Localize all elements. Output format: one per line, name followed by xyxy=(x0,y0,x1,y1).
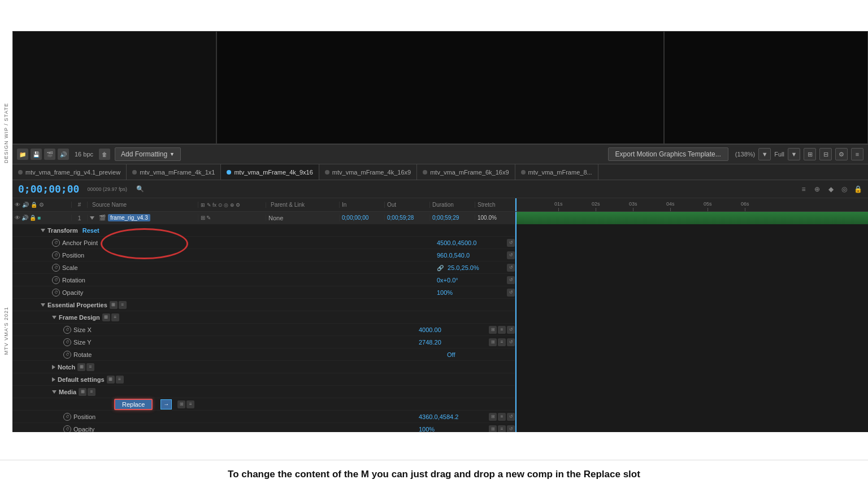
mopac-icon2[interactable]: ≡ xyxy=(498,425,506,433)
search-icon[interactable]: 🔍 xyxy=(134,183,146,195)
settings-icon[interactable]: ⚙ xyxy=(835,148,848,160)
export-motion-graphics-button[interactable]: Export Motion Graphics Template... xyxy=(608,147,728,161)
media-position-value[interactable]: 4360.0,4584.2 xyxy=(419,413,487,420)
timecode-display[interactable]: 0;00;00;00 xyxy=(12,183,85,195)
save-icon[interactable]: 💾 xyxy=(31,149,42,160)
layer-duration[interactable]: 0;00;59;29 xyxy=(430,215,475,221)
notch-expand[interactable] xyxy=(52,365,55,369)
rotation-stopwatch-icon[interactable]: ⏱ xyxy=(52,276,60,284)
notch-icon2[interactable]: ≡ xyxy=(86,363,94,371)
opacity-refresh-icon[interactable]: ↺ xyxy=(507,289,515,297)
replace-icon1[interactable]: ⊞ xyxy=(177,400,185,408)
size-y-value[interactable]: 2748.20 xyxy=(419,339,487,346)
mtv-vmas-label: MTV VMA's 2021 xyxy=(3,307,9,355)
layer-expand-arrow[interactable] xyxy=(90,216,94,220)
layer-out-point[interactable]: 0;00;59;28 xyxy=(385,215,430,221)
transform-expand[interactable] xyxy=(41,229,45,232)
position-refresh-icon[interactable]: ↺ xyxy=(507,251,515,259)
replace-button[interactable]: Replace xyxy=(114,399,153,410)
grid-icon[interactable]: ⊟ xyxy=(819,148,832,160)
media-expand[interactable] xyxy=(52,390,57,394)
essential-expand[interactable] xyxy=(41,303,45,307)
layer-mode-icon2[interactable]: ✎ xyxy=(206,215,211,221)
folder-icon[interactable]: 📁 xyxy=(17,149,28,160)
trash-icon[interactable]: 🗑 xyxy=(99,149,110,160)
mpos-stopwatch-icon[interactable]: ⏱ xyxy=(63,413,71,421)
zoom-dropdown-icon[interactable]: ▼ xyxy=(758,148,771,160)
default-icon1[interactable]: ⊞ xyxy=(107,376,115,384)
film-icon[interactable]: 🎬 xyxy=(44,149,55,160)
rotation-value[interactable]: 0x+0.0° xyxy=(437,277,505,284)
tab-6k-16x9[interactable]: mtv_vma_mFrame_6k_16x9 xyxy=(417,164,515,180)
replace-slot-icon[interactable]: → xyxy=(160,399,172,409)
tab-4k-16x9[interactable]: mtv_vma_mFrame_4k_16x9 xyxy=(319,164,417,180)
position-value[interactable]: 960.0,540.0 xyxy=(437,252,505,259)
ess-icon2[interactable]: ≡ xyxy=(119,301,127,309)
timeline-area: 01s 02s 03s 04s xyxy=(515,198,868,432)
playhead[interactable] xyxy=(515,198,517,211)
anchor-refresh-icon[interactable]: ↺ xyxy=(507,239,515,247)
frame-design-expand[interactable] xyxy=(52,316,57,319)
add-formatting-button[interactable]: Add Formatting ▼ xyxy=(115,147,181,161)
layer-row-main[interactable]: 👁 🔊 🔒 ■ 1 🎬 frame_rig_v4.3 ⊞ ✎ xyxy=(12,212,515,224)
default-expand[interactable] xyxy=(52,377,55,382)
rotation-refresh-icon[interactable]: ↺ xyxy=(507,276,515,284)
fullscreen-icon[interactable]: ⊞ xyxy=(804,148,816,160)
mopac-stopwatch-icon[interactable]: ⏱ xyxy=(63,425,71,433)
mpos-icon2[interactable]: ≡ xyxy=(498,413,506,421)
sizex-refresh[interactable]: ↺ xyxy=(507,326,515,334)
media-opacity-value[interactable]: 100% xyxy=(419,426,487,433)
layer-audio-icon[interactable]: 🔊 xyxy=(21,215,28,221)
rotate-stopwatch-icon[interactable]: ⏱ xyxy=(63,351,71,359)
sizex-icon1[interactable]: ⊞ xyxy=(489,326,497,334)
comp-flow-icon[interactable]: ⊕ xyxy=(811,184,823,195)
solo-icon[interactable]: ◎ xyxy=(839,184,850,195)
mpos-icon1[interactable]: ⊞ xyxy=(489,413,497,421)
tab-8k[interactable]: mtv_vma_mFrame_8... xyxy=(515,164,598,180)
rotate-value[interactable]: Off xyxy=(447,351,515,358)
size-x-value[interactable]: 4000.00 xyxy=(419,326,487,333)
fd-icon2[interactable]: ≡ xyxy=(111,313,119,321)
media-icon2[interactable]: ≡ xyxy=(88,388,96,396)
mpos-refresh[interactable]: ↺ xyxy=(507,413,515,421)
tab-4k-9x16[interactable]: mtv_vma_mFrame_4k_9x16 xyxy=(221,164,319,180)
add-marker-icon[interactable]: ◆ xyxy=(825,184,836,195)
sizex-stopwatch-icon[interactable]: ⏱ xyxy=(63,326,71,334)
default-icon2[interactable]: ≡ xyxy=(116,376,124,384)
tab-preview[interactable]: mtv_vma_frame_rig_v4.1_preview xyxy=(12,164,127,180)
layer-eye-icon[interactable]: 👁 xyxy=(15,215,20,221)
mpos-icons: ⊞ ≡ ↺ xyxy=(489,413,515,421)
notch-icon1[interactable]: ⊞ xyxy=(77,363,85,371)
panel-icon[interactable]: ≡ xyxy=(851,148,863,160)
layer-mode-icon1[interactable]: ⊞ xyxy=(201,215,205,221)
anchor-stopwatch-icon[interactable]: ⏱ xyxy=(52,239,60,247)
sizey-icon1[interactable]: ⊞ xyxy=(489,338,497,346)
anchor-point-value[interactable]: 4500.0,4500.0 xyxy=(437,239,505,246)
sizey-refresh[interactable]: ↺ xyxy=(507,338,515,346)
layer-switches-icon[interactable]: ≡ xyxy=(798,184,809,195)
sizey-stopwatch-icon[interactable]: ⏱ xyxy=(63,338,71,346)
opacity-value[interactable]: 100% xyxy=(437,289,505,296)
view-dropdown-icon[interactable]: ▼ xyxy=(788,148,800,160)
lock-icon[interactable]: 🔒 xyxy=(852,184,863,195)
replace-icon2[interactable]: ≡ xyxy=(186,400,194,408)
media-icon1[interactable]: ⊞ xyxy=(79,388,86,396)
scale-stopwatch-icon[interactable]: ⏱ xyxy=(52,264,60,272)
sizey-icon2[interactable]: ≡ xyxy=(498,338,506,346)
scale-refresh-icon[interactable]: ↺ xyxy=(507,264,515,272)
opacity-stopwatch-icon[interactable]: ⏱ xyxy=(52,289,60,297)
layer-in-point[interactable]: 0;00;00;00 xyxy=(340,215,385,221)
mopac-refresh[interactable]: ↺ xyxy=(507,425,515,433)
tab-4k-1x1[interactable]: mtv_vma_mFrame_4k_1x1 xyxy=(127,164,221,180)
transform-reset-btn[interactable]: Reset xyxy=(83,227,99,234)
ess-icon1[interactable]: ⊞ xyxy=(110,301,118,309)
mopac-icon1[interactable]: ⊞ xyxy=(489,425,497,433)
fd-icon1[interactable]: ⊞ xyxy=(102,313,110,321)
position-stopwatch-icon[interactable]: ⏱ xyxy=(52,251,60,259)
audio-icon[interactable]: 🔊 xyxy=(58,149,69,160)
scale-value[interactable]: 🔗 25.0,25.0% xyxy=(437,264,505,271)
layer-lock-icon[interactable]: 🔒 xyxy=(29,215,36,221)
layer-stretch[interactable]: 100.0% xyxy=(475,215,515,221)
layer-parent-cell[interactable]: None xyxy=(266,215,340,221)
sizex-icon2[interactable]: ≡ xyxy=(498,326,506,334)
